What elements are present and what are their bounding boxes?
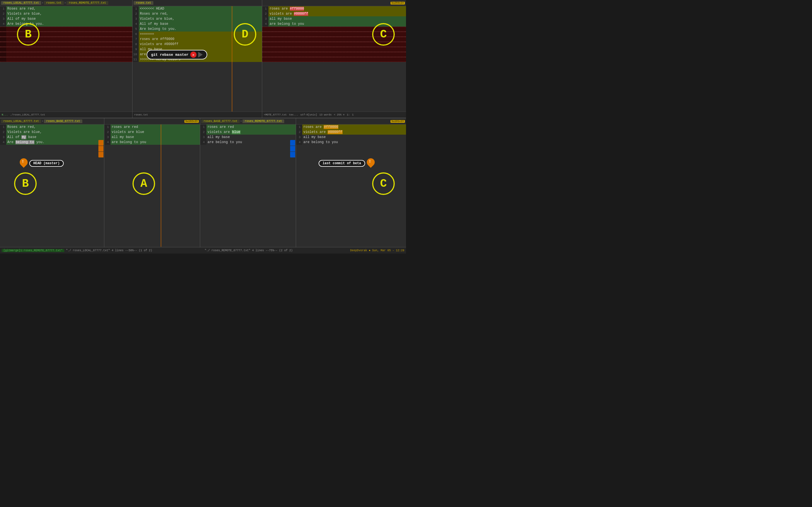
code-line: 2 Violets are blue, <box>0 129 104 135</box>
empty-line <box>262 47 406 52</box>
code-line: 2 violets are blue <box>104 129 200 135</box>
empty-line <box>0 42 132 47</box>
bot-pane-3: roses_BASE_67777.txt › roses_REMOTE_6777… <box>200 118 296 253</box>
empty-line <box>0 57 132 62</box>
code-line: 3 Violets are blue, <box>133 16 262 21</box>
empty-line <box>262 52 406 57</box>
code-line: 1 Roses are red, <box>0 124 104 129</box>
top-right-badge: bu204x24 <box>391 2 405 4</box>
bot-pane1-content: 1 Roses are red, 2 Violets are blue, 3 A… <box>0 124 104 247</box>
tab-roses-local[interactable]: roses_LOCAL_67777.txt <box>1 1 41 5</box>
tab-roses-mid[interactable]: roses.txt <box>134 1 153 5</box>
code-line: 2 violets are #0000ff <box>296 129 406 135</box>
code-line: 2 violets are blue <box>200 129 296 135</box>
code-line: 2 Violets are blue, <box>0 11 132 16</box>
top-section: roses_LOCAL_67777.txt › roses.txt › rose… <box>0 0 406 118</box>
code-line: 1 roses are red <box>104 124 200 129</box>
top-right-statusbar: <MOTE_67777.txt tex... utf-8[unix] 13 wo… <box>262 112 406 118</box>
code-line: 3 all my base <box>104 135 200 140</box>
code-line: 4 are belong to you <box>200 140 296 145</box>
top-left-statusbar: N... ./roses_LOCAL_67777.txt <box>0 112 132 118</box>
code-line: 2 violets are #0000ff <box>262 11 406 16</box>
orange-bracket <box>98 140 104 158</box>
circle-A-bot: A <box>133 172 155 195</box>
top-pane-left: roses_LOCAL_67777.txt › roses.txt › rose… <box>0 0 133 118</box>
tab-roses[interactable]: roses.txt <box>44 1 64 5</box>
empty-line <box>0 52 132 57</box>
bot-pane2-badge: bu102x23 <box>185 120 199 123</box>
cancel-button[interactable]: ✕ <box>190 52 197 58</box>
code-line: 3 All of my base <box>0 135 104 140</box>
bot-pane1-tabbar: roses_LOCAL_67777.txt › roses_BASE_67777… <box>0 118 104 124</box>
top-mid-content[interactable]: 1 <<<<<<< HEAD 2 Roses are red, 3 Violet… <box>133 6 262 112</box>
circle-C-bot: C <box>372 172 395 195</box>
top-mid-tabbar: roses.txt <box>133 0 262 6</box>
top-pane-right: bu204x24 1 roses are #ff0000 2 violets a… <box>262 0 406 118</box>
top-pane-mid: roses.txt 1 <<<<<<< HEAD 2 Roses are red… <box>133 0 262 118</box>
bot-pane3-tabbar: roses_BASE_67777.txt › roses_REMOTE_6777… <box>200 118 296 124</box>
tab-roses-remote[interactable]: roses_REMOTE_67777.txt <box>66 1 108 5</box>
tab-base-b1[interactable]: roses_BASE_67777.txt <box>44 119 82 123</box>
code-line: 3 All of my base <box>0 16 132 21</box>
top-right-tabbar: bu204x24 <box>262 0 406 6</box>
top-right-content: 1 roses are #ff0000 2 violets are #0000f… <box>262 6 406 112</box>
code-line: 3 all my base <box>296 135 406 140</box>
bot-pane4-content: 1 roses are #ff0000 2 violets are #0000f… <box>296 124 406 247</box>
head-master-label: HEAD (master) <box>29 160 64 167</box>
git-rebase-popup[interactable]: git rebase master ✕ <box>147 50 207 59</box>
left-status-text: "./ roses_LOCAL_67777.txt" 4 lines --50%… <box>66 249 152 252</box>
bottom-section: roses_LOCAL_67777.txt › roses_BASE_67777… <box>0 118 406 253</box>
last-commit-beta-pin: last commit of beta ! <box>319 158 375 168</box>
tab-remote-b3[interactable]: roses_REMOTE_67777.txt <box>243 119 284 123</box>
code-line: 4 are belong to you <box>296 140 406 145</box>
code-line: 1 roses are #ff0000 <box>296 124 406 129</box>
cursor-line-bot <box>161 124 161 247</box>
empty-line <box>262 57 406 62</box>
bot-pane-2: bu102x23 1 roses are red 2 violets are b… <box>104 118 200 253</box>
circle-B-bot: B <box>14 172 37 195</box>
code-line: 1 <<<<<<< HEAD <box>133 6 262 11</box>
circle-B-top: B <box>17 23 40 46</box>
bot-pane2-tabbar: bu102x23 <box>104 118 200 124</box>
code-line: 3 all my base <box>262 16 406 21</box>
global-statusbar-right: "./ roses_REMOTE_67777.txt" 4 lines --75… <box>203 247 406 253</box>
code-line: 1 Roses are red, <box>0 6 132 11</box>
circle-C-top: C <box>372 23 395 46</box>
code-line: 1 roses are red <box>200 124 296 129</box>
blue-bracket <box>290 140 296 158</box>
top-mid-statusbar: roses.txt <box>133 112 262 118</box>
code-line: 4 Are belong to you. <box>0 21 132 26</box>
global-statusbar-left: [gitmerge]1:roses_REMOTE_67777.txt* "./ … <box>0 247 203 253</box>
top-left-content: 1 Roses are red, 2 Violets are blue, 3 A… <box>0 6 132 112</box>
circle-D-top: D <box>234 23 256 46</box>
bot-pane3-content: 1 roses are red 2 violets are blue 3 all… <box>200 124 296 247</box>
popup-label: git rebase master <box>151 53 189 57</box>
global-statusbar: [gitmerge]1:roses_REMOTE_67777.txt* "./ … <box>0 247 406 253</box>
bot-pane2-content: 1 roses are red 2 violets are blue 3 all… <box>104 124 200 247</box>
empty-line <box>0 47 132 52</box>
bot-pane-1: roses_LOCAL_67777.txt › roses_BASE_67777… <box>0 118 104 253</box>
arrow-icon <box>198 52 203 57</box>
bot-pane4-tabbar: bu101x23 <box>296 118 406 124</box>
code-line: 1 roses are #ff0000 <box>262 6 406 11</box>
bot-pane4-badge: bu101x23 <box>391 120 405 123</box>
head-master-pin: ! HEAD (master) <box>20 158 64 168</box>
code-line: 2 Roses are red, <box>133 11 262 16</box>
top-left-tabbar: roses_LOCAL_67777.txt › roses.txt › rose… <box>0 0 132 6</box>
deepdvorak-status: DeepDvorak ● Sun, Mar 05 - 12:28 <box>350 249 404 252</box>
bot-pane-4: bu101x23 1 roses are #ff0000 2 violets a… <box>296 118 406 253</box>
gitmerge-label: [gitmerge]1:roses_REMOTE_67777.txt* <box>2 249 64 252</box>
tab-base-b3[interactable]: roses_BASE_67777.txt <box>201 119 240 123</box>
cursor-line <box>232 6 232 112</box>
code-line: 3 all my base <box>200 135 296 140</box>
right-status-text: "./ roses_REMOTE_67777.txt" 4 lines --75… <box>205 249 293 252</box>
code-line: 4 Are belong to you. <box>0 140 104 145</box>
last-commit-beta-label: last commit of beta <box>319 160 365 167</box>
tab-local-b1[interactable]: roses_LOCAL_67777.txt <box>1 119 41 123</box>
code-line: 4 are belong to you <box>104 140 200 145</box>
